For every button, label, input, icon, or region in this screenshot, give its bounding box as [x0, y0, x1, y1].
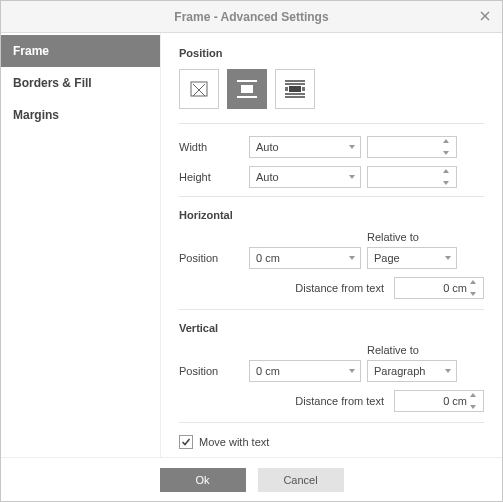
dialog-footer: Ok Cancel	[1, 457, 502, 501]
content-panel: Position	[161, 33, 502, 457]
sidebar-item-frame[interactable]: Frame	[1, 35, 160, 67]
horizontal-position-select[interactable]: 0 cm	[249, 247, 361, 269]
svg-rect-6	[289, 86, 301, 92]
vertical-relative-to-select[interactable]: Paragraph	[367, 360, 457, 382]
width-row: Width Auto	[179, 136, 484, 158]
divider	[179, 123, 484, 124]
width-spinner[interactable]	[367, 136, 457, 158]
sidebar: Frame Borders & Fill Margins	[1, 33, 161, 457]
horizontal-distance-value: 0 cm	[443, 282, 467, 294]
wrap-inline-icon	[187, 78, 211, 100]
width-label: Width	[179, 141, 243, 153]
sidebar-item-margins[interactable]: Margins	[1, 99, 160, 131]
wrap-tight-button[interactable]	[275, 69, 315, 109]
horizontal-position-value: 0 cm	[256, 252, 280, 264]
relative-to-label: Relative to	[367, 344, 419, 356]
vertical-position-row: Position 0 cm Paragraph	[179, 360, 484, 382]
dialog-body: Frame Borders & Fill Margins Position	[1, 33, 502, 457]
relative-to-label: Relative to	[367, 231, 419, 243]
vertical-position-label: Position	[179, 365, 243, 377]
titlebar: Frame - Advanced Settings	[1, 1, 502, 33]
vertical-distance-row: Distance from text 0 cm	[179, 390, 484, 412]
chevron-down-icon	[349, 369, 355, 373]
height-value: Auto	[256, 171, 279, 183]
vertical-relative-to-value: Paragraph	[374, 365, 425, 377]
horizontal-relative-to-select[interactable]: Page	[367, 247, 457, 269]
position-heading: Position	[179, 47, 484, 59]
horizontal-distance-spinner[interactable]: 0 cm	[394, 277, 484, 299]
chevron-down-icon	[349, 175, 355, 179]
vertical-distance-value: 0 cm	[443, 395, 467, 407]
wrap-square-icon	[235, 78, 259, 100]
wrap-inline-button[interactable]	[179, 69, 219, 109]
vertical-header-row: Relative to	[179, 344, 484, 356]
height-spinner[interactable]	[367, 166, 457, 188]
height-label: Height	[179, 171, 243, 183]
horizontal-distance-label: Distance from text	[295, 282, 384, 294]
wrap-square-button[interactable]	[227, 69, 267, 109]
move-with-text-row: Move with text	[179, 435, 484, 449]
horizontal-distance-row: Distance from text 0 cm	[179, 277, 484, 299]
sidebar-item-label: Frame	[13, 44, 49, 58]
horizontal-header-row: Relative to	[179, 231, 484, 243]
cancel-button[interactable]: Cancel	[258, 468, 344, 492]
wrap-tight-icon	[283, 78, 307, 100]
move-with-text-label: Move with text	[199, 436, 269, 448]
chevron-down-icon	[349, 145, 355, 149]
width-select[interactable]: Auto	[249, 136, 361, 158]
cancel-button-label: Cancel	[283, 474, 317, 486]
wrap-style-group	[179, 69, 484, 109]
move-with-text-checkbox[interactable]	[179, 435, 193, 449]
spinner-arrows-icon	[443, 169, 453, 185]
horizontal-position-row: Position 0 cm Page	[179, 247, 484, 269]
width-value: Auto	[256, 141, 279, 153]
vertical-position-select[interactable]: 0 cm	[249, 360, 361, 382]
chevron-down-icon	[445, 369, 451, 373]
vertical-heading: Vertical	[179, 322, 484, 334]
sidebar-item-label: Borders & Fill	[13, 76, 92, 90]
sidebar-item-borders-fill[interactable]: Borders & Fill	[1, 67, 160, 99]
spinner-arrows-icon	[470, 280, 480, 296]
sidebar-item-label: Margins	[13, 108, 59, 122]
height-row: Height Auto	[179, 166, 484, 188]
horizontal-position-label: Position	[179, 252, 243, 264]
spinner-arrows-icon	[470, 393, 480, 409]
vertical-distance-label: Distance from text	[295, 395, 384, 407]
spinner-arrows-icon	[443, 139, 453, 155]
divider	[179, 422, 484, 423]
ok-button[interactable]: Ok	[160, 468, 246, 492]
vertical-distance-spinner[interactable]: 0 cm	[394, 390, 484, 412]
divider	[179, 309, 484, 310]
height-select[interactable]: Auto	[249, 166, 361, 188]
dialog-title: Frame - Advanced Settings	[174, 10, 328, 24]
divider	[179, 196, 484, 197]
close-icon[interactable]	[476, 7, 494, 25]
check-icon	[181, 437, 191, 447]
vertical-position-value: 0 cm	[256, 365, 280, 377]
ok-button-label: Ok	[195, 474, 209, 486]
dialog-frame-advanced-settings: Frame - Advanced Settings Frame Borders …	[0, 0, 503, 502]
horizontal-relative-to-value: Page	[374, 252, 400, 264]
chevron-down-icon	[349, 256, 355, 260]
chevron-down-icon	[445, 256, 451, 260]
svg-rect-2	[241, 85, 253, 93]
horizontal-heading: Horizontal	[179, 209, 484, 221]
